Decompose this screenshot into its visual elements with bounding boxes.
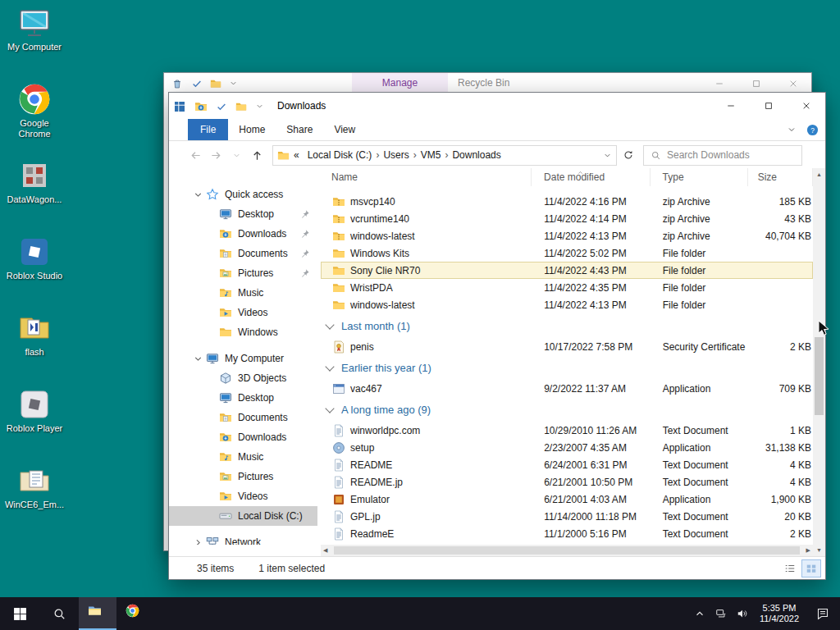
- file-row-windows-kits[interactable]: Windows Kits11/4/2022 5:02 PMFile folder: [321, 244, 813, 262]
- forward-arrow-icon[interactable]: [206, 145, 226, 166]
- taskbar-search-icon[interactable]: [39, 597, 79, 630]
- chevron-down-icon[interactable]: [255, 102, 264, 111]
- sidebar-item-music[interactable]: Music: [169, 283, 317, 303]
- sidebar-item-videos[interactable]: Videos: [169, 303, 317, 322]
- sidebar-item-videos[interactable]: Videos: [169, 486, 317, 506]
- column-header-name[interactable]: Name: [321, 168, 532, 186]
- ribbon-tab-view[interactable]: View: [323, 119, 366, 140]
- breadcrumb-segment-vm5[interactable]: VM5: [417, 149, 445, 161]
- minimize-button[interactable]: [701, 73, 737, 94]
- breadcrumb-segment-downloads[interactable]: Downloads: [448, 149, 504, 161]
- chevron-down-icon[interactable]: [193, 354, 203, 364]
- file-row-setup[interactable]: setup2/23/2007 4:35 AMApplication31,138 …: [321, 439, 813, 456]
- network-ethernet-icon[interactable]: [710, 597, 732, 630]
- maximize-button[interactable]: [750, 93, 788, 119]
- sidebar-item-windows[interactable]: Windows: [169, 322, 317, 342]
- file-row-gpl-jp[interactable]: GPL.jp11/14/2000 11:18 PMText Document20…: [321, 508, 813, 525]
- sidebar-section-my-computer[interactable]: My Computer: [169, 349, 317, 368]
- new-folder-icon[interactable]: [235, 101, 247, 112]
- file-row-readmee[interactable]: ReadmeE11/1/2000 5:16 PMText Document2 K…: [321, 525, 813, 542]
- sidebar-item-desktop[interactable]: Desktop: [169, 204, 317, 224]
- taskbar-app-file-explorer[interactable]: [79, 597, 116, 630]
- desktop-icon-flash[interactable]: flash: [2, 312, 67, 388]
- back-arrow-icon[interactable]: [185, 145, 206, 166]
- sidebar-item-desktop[interactable]: Desktop: [169, 388, 317, 408]
- new-folder-icon[interactable]: [210, 78, 221, 89]
- group-header-last-month-1[interactable]: Last month (1): [321, 313, 813, 338]
- large-icons-view-icon[interactable]: [802, 560, 820, 577]
- sidebar-item-music[interactable]: Music: [169, 447, 317, 467]
- breadcrumb-segment-users[interactable]: Users: [379, 149, 413, 161]
- column-header-type[interactable]: Type: [651, 168, 749, 186]
- file-row-sony-clie-nr70[interactable]: Sony Clie NR7011/4/2022 4:43 PMFile fold…: [321, 262, 813, 279]
- chevron-right-icon[interactable]: [193, 537, 203, 546]
- scroll-right-arrow-icon[interactable]: ▶: [806, 545, 810, 556]
- scroll-up-arrow-icon[interactable]: ▲: [813, 168, 825, 180]
- action-center-icon[interactable]: [806, 597, 840, 630]
- file-row-readme[interactable]: README6/24/2001 6:31 PMText Document4 KB: [321, 456, 813, 473]
- up-arrow-icon[interactable]: [247, 145, 267, 166]
- properties-check-icon[interactable]: [191, 78, 203, 89]
- file-row-vac467[interactable]: vac4679/2/2022 11:37 AMApplication709 KB: [321, 380, 813, 397]
- chevron-down-icon[interactable]: [193, 189, 203, 200]
- breadcrumb-segment-local-disk-c[interactable]: Local Disk (C:): [304, 149, 377, 161]
- file-row-wristpda[interactable]: WristPDA11/4/2022 4:35 PMFile folder: [321, 279, 813, 296]
- column-header-date-modified[interactable]: Date modified: [532, 168, 651, 186]
- refresh-icon[interactable]: [617, 149, 640, 161]
- scroll-left-arrow-icon[interactable]: ◀: [323, 545, 327, 556]
- desktop-icon-google-chrome[interactable]: Google Chrome: [2, 83, 67, 159]
- sidebar-item-documents[interactable]: Documents: [169, 408, 317, 427]
- file-row-msvcp140[interactable]: msvcp14011/4/2022 4:16 PMzip Archive185 …: [321, 193, 813, 210]
- desktop-icon-wince6-em[interactable]: WinCE6_Em...: [2, 464, 67, 541]
- properties-check-icon[interactable]: [216, 101, 227, 112]
- desktop-icon-datawagon[interactable]: DataWagon...: [2, 159, 67, 235]
- hidden-icons-chevron-icon[interactable]: [689, 597, 710, 630]
- taskbar-app-google-chrome[interactable]: [116, 597, 154, 630]
- minimize-button[interactable]: [712, 93, 750, 119]
- sidebar-item-documents[interactable]: Documents: [169, 244, 317, 263]
- ribbon-tab-file[interactable]: File: [188, 119, 228, 140]
- manage-ribbon-tab[interactable]: Manage: [352, 73, 448, 94]
- ribbon-tab-share[interactable]: Share: [276, 119, 323, 140]
- details-view-icon[interactable]: [781, 560, 799, 577]
- help-icon[interactable]: ?: [806, 124, 819, 136]
- column-header-size[interactable]: Size: [748, 168, 813, 186]
- close-button[interactable]: [774, 73, 811, 94]
- file-row-winworldpc-com[interactable]: winworldpc.com10/29/2010 11:26 AMText Do…: [321, 422, 813, 439]
- file-row-vcruntime140[interactable]: vcruntime14011/4/2022 4:14 PMzip Archive…: [321, 210, 813, 227]
- close-button[interactable]: [788, 93, 825, 119]
- group-header-earlier-this-year-1[interactable]: Earlier this year (1): [321, 355, 813, 380]
- file-row-penis[interactable]: penis10/17/2022 7:58 PMSecurity Certific…: [321, 338, 813, 355]
- breadcrumb-overflow[interactable]: «: [292, 149, 301, 161]
- horizontal-scrollbar[interactable]: ◀ ▶: [321, 545, 813, 556]
- chevron-down-icon[interactable]: [229, 79, 238, 88]
- ribbon-expand-chevron-icon[interactable]: [787, 125, 797, 135]
- group-header-a-long-time-ago-9[interactable]: A long time ago (9): [321, 397, 813, 422]
- address-dropdown-chevron-icon[interactable]: [603, 151, 612, 160]
- desktop-icon-roblox-studio[interactable]: Roblox Studio: [2, 235, 67, 312]
- desktop-icon-my-computer[interactable]: My Computer: [2, 7, 67, 83]
- file-row-emulator[interactable]: Emulator6/21/2001 4:03 AMApplication1,90…: [321, 491, 813, 508]
- vertical-scrollbar-thumb[interactable]: [815, 337, 824, 415]
- scroll-down-arrow-icon[interactable]: ▼: [813, 544, 825, 556]
- maximize-button[interactable]: [737, 73, 774, 94]
- recent-locations-chevron-icon[interactable]: [226, 145, 247, 166]
- sidebar-item-3d-objects[interactable]: 3D Objects: [169, 368, 317, 388]
- sidebar-section-quick-access[interactable]: Quick access: [169, 185, 317, 204]
- volume-speaker-icon[interactable]: [732, 597, 753, 630]
- file-row-readme-jp[interactable]: README.jp6/21/2001 10:50 PMText Document…: [321, 473, 813, 491]
- sidebar-item-downloads[interactable]: Downloads: [169, 427, 317, 447]
- start-button[interactable]: [0, 597, 39, 630]
- sidebar-item-pictures[interactable]: Pictures: [169, 263, 317, 283]
- vertical-scrollbar[interactable]: ▲ ▼: [813, 168, 825, 556]
- breadcrumb[interactable]: « Local Disk (C:)›Users›VM5›Downloads: [272, 145, 617, 166]
- file-row-windows-latest[interactable]: windows-latest11/4/2022 4:13 PMzip Archi…: [321, 227, 813, 244]
- taskbar-clock[interactable]: 5:35 PM 11/4/2022: [753, 603, 806, 624]
- desktop-icon-roblox-player[interactable]: Roblox Player: [2, 388, 67, 464]
- sidebar-section-network[interactable]: Network: [169, 532, 317, 545]
- file-row-windows-latest[interactable]: windows-latest11/4/2022 4:13 PMFile fold…: [321, 296, 813, 313]
- search-box[interactable]: [643, 145, 802, 166]
- search-input[interactable]: [667, 149, 795, 161]
- sidebar-item-downloads[interactable]: Downloads: [169, 224, 317, 244]
- sidebar-item-pictures[interactable]: Pictures: [169, 467, 317, 486]
